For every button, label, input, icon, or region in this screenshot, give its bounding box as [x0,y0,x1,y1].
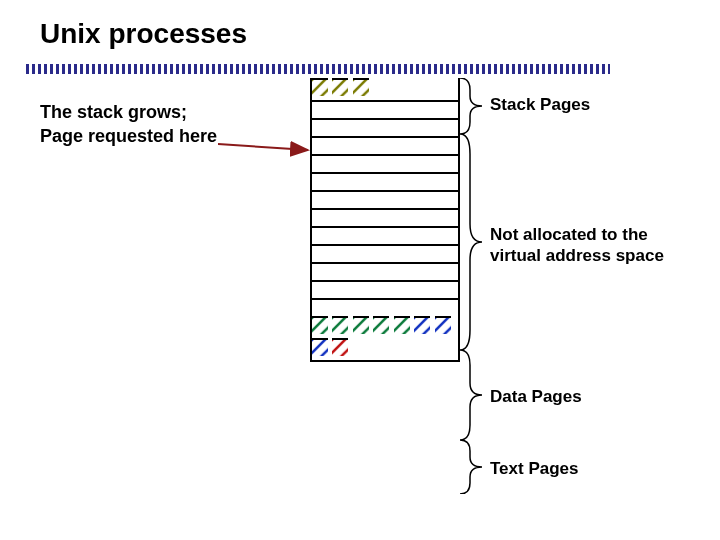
brace-stack [458,78,484,134]
cell-text [435,316,451,334]
cell-empty [312,262,458,280]
cell-empty [312,298,458,316]
brace-gap [458,134,484,350]
title-underline [26,64,610,74]
cell-empty [312,172,458,190]
svg-rect-13 [394,318,410,334]
svg-rect-9 [312,318,328,334]
memory-column [310,78,460,362]
svg-rect-8 [353,80,369,96]
cell-data [332,316,348,334]
svg-rect-12 [373,318,389,334]
svg-rect-17 [332,340,348,356]
label-gap: Not allocated to the virtual address spa… [490,224,664,267]
cell-empty [312,190,458,208]
cell-empty [312,100,458,118]
brace-data [458,350,484,440]
svg-rect-11 [353,318,369,334]
caption-line-2: Page requested here [40,126,217,146]
caption-line-1: The stack grows; [40,102,187,122]
label-stack: Stack Pages [490,94,590,115]
label-gap-line1: Not allocated to the [490,225,648,244]
cell-stack [312,78,328,96]
cell-data [373,316,389,334]
svg-rect-7 [332,80,348,96]
cell-empty [312,118,458,136]
label-text: Text Pages [490,458,579,479]
cell-empty [312,136,458,154]
svg-rect-14 [414,318,430,334]
cell-data [394,316,410,334]
svg-rect-10 [332,318,348,334]
label-data: Data Pages [490,386,582,407]
cell-empty [312,244,458,262]
cell-reserved [332,338,348,356]
svg-rect-6 [312,80,328,96]
cell-empty [312,280,458,298]
cell-empty [312,226,458,244]
cell-data [353,316,369,334]
svg-rect-16 [312,340,328,356]
page-title: Unix processes [40,18,247,50]
slide: Unix processes The stack grows; Page req… [0,0,720,540]
cell-text [414,316,430,334]
cell-data [312,316,328,334]
svg-rect-15 [435,318,451,334]
cell-stack [332,78,348,96]
svg-rect-1 [26,64,610,74]
arrow-icon [218,140,318,158]
brace-text [458,440,484,494]
cell-empty [312,154,458,172]
label-gap-line2: virtual address space [490,246,664,265]
svg-line-18 [218,144,308,150]
cell-text [312,338,328,356]
cell-stack [353,78,369,96]
caption: The stack grows; Page requested here [40,100,217,149]
cell-empty [312,208,458,226]
